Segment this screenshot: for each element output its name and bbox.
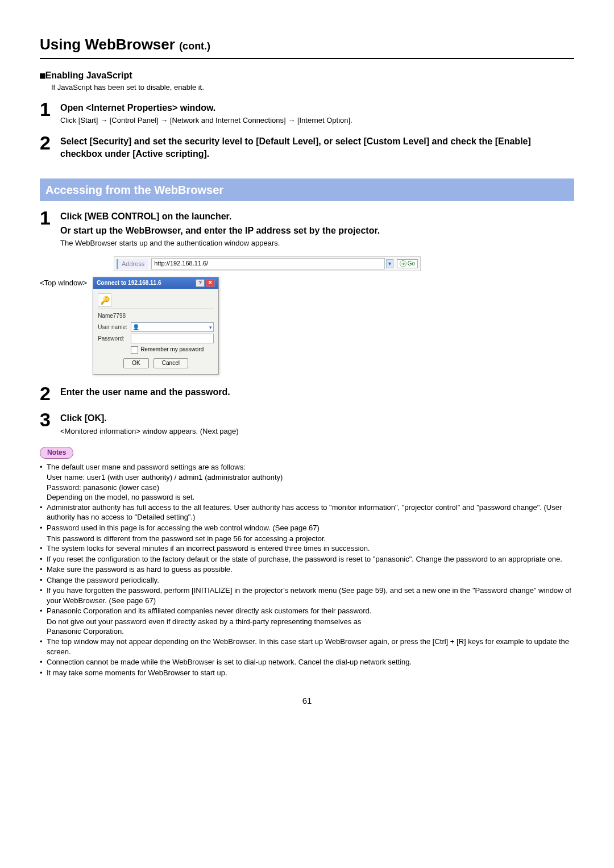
note-text: If you have forgotten the password, perf… — [47, 585, 574, 605]
step-b3: 3 Click [OK]. <Monitored information> wi… — [40, 410, 574, 437]
password-field[interactable] — [131, 334, 214, 343]
dialog-site-name: Name7798 — [98, 312, 214, 320]
note-text: Depending on the model, no password is s… — [47, 492, 574, 502]
dialog-header-graphic: 🔑 — [98, 292, 214, 309]
title-rule — [40, 58, 574, 59]
step-number: 2 — [40, 133, 60, 152]
step-desc: The WebBrowser starts up and the authent… — [60, 238, 574, 248]
remember-row: Remember my password — [131, 346, 214, 354]
address-label: Address — [117, 259, 148, 269]
note-text: Panasonic Corporation. — [47, 626, 574, 637]
note-text: Administrator authority has full access … — [47, 502, 574, 522]
subhead-text: Enabling JavaScript — [45, 70, 132, 80]
titlebar-buttons: ? ✕ — [196, 279, 215, 287]
password-label: Password: — [98, 335, 131, 343]
note-text: Change the password periodically. — [47, 575, 574, 585]
close-icon[interactable]: ✕ — [206, 279, 215, 287]
step-body: Select [Security] and set the security l… — [60, 133, 574, 162]
step-heading-line2: Or start up the WebBrowser, and enter th… — [60, 225, 574, 237]
step-number: 3 — [40, 410, 60, 429]
cancel-button[interactable]: Cancel — [154, 358, 188, 368]
notes-badge: Notes — [40, 447, 73, 459]
page-title: Using WebBrowser (cont.) — [40, 34, 574, 55]
note-text: Connection cannot be made while the WebB… — [47, 657, 574, 667]
ok-button[interactable]: OK — [123, 358, 148, 368]
note-text: This password is different from the pass… — [47, 534, 574, 544]
note-text: The system locks for several minutes if … — [47, 543, 574, 554]
note-text: Make sure the password is as hard to gue… — [47, 564, 574, 575]
address-dropdown-icon[interactable]: ▾ — [386, 259, 393, 268]
auth-dialog: Connect to 192.168.11.6 ? ✕ 🔑 Name7798 U… — [93, 277, 219, 375]
dialog-body: 🔑 Name7798 User name: 👤 ▾ Password: Reme… — [93, 289, 218, 374]
address-bar: Address http://192.168.11.6/ ▾ ➔ Go — [114, 256, 421, 271]
title-cont: (cont.) — [179, 40, 210, 52]
note-text: User name: user1 (with user authority) /… — [47, 472, 574, 483]
note-text: Do not give out your password even if di… — [47, 617, 574, 627]
go-button[interactable]: ➔ Go — [397, 259, 418, 268]
step-number: 2 — [40, 384, 60, 403]
dialog-titlebar: Connect to 192.168.11.6 ? ✕ — [93, 277, 218, 289]
step-b2: 2 Enter the user name and the password. — [40, 384, 574, 403]
note-text: Password used in this page is for access… — [47, 523, 574, 533]
step-body: Open <Internet Properties> window. Click… — [60, 99, 574, 126]
note-text: Panasonic Corporation and its affiliated… — [47, 606, 574, 616]
step-body: Enter the user name and the password. — [60, 384, 574, 400]
go-label: Go — [408, 260, 415, 268]
note-text: If you reset the configuration to the fa… — [47, 554, 574, 564]
screenshot-row: <Top window> Connect to 192.168.11.6 ? ✕… — [40, 277, 574, 375]
password-row: Password: — [98, 334, 214, 343]
step-heading: Click [OK]. — [60, 412, 574, 425]
help-icon[interactable]: ? — [196, 279, 205, 287]
top-window-label: <Top window> — [40, 278, 87, 288]
step-b1: 1 Click [WEB CONTROL] on the launcher. O… — [40, 208, 574, 248]
note-text: The top window may not appear depending … — [47, 637, 574, 657]
step-heading: Select [Security] and set the security l… — [60, 135, 574, 161]
step-heading: Enter the user name and the password. — [60, 386, 574, 398]
note-text: Password: panasonic (lower case) — [47, 483, 574, 493]
remember-label: Remember my password — [140, 346, 204, 354]
page-number: 61 — [40, 695, 574, 707]
enable-js-desc: If JavaScript has been set to disable, e… — [51, 82, 574, 93]
dialog-buttons: OK Cancel — [98, 358, 214, 368]
title-main: Using WebBrowser — [40, 36, 179, 53]
note-text: The default user mane and password setti… — [47, 462, 574, 472]
step-a2: 2 Select [Security] and set the security… — [40, 133, 574, 162]
step-body: Click [WEB CONTROL] on the launcher. Or … — [60, 208, 574, 248]
section-banner: Accessing from the WebBrowser — [40, 178, 574, 201]
subhead-enable-js: ■Enabling JavaScript — [40, 69, 574, 82]
user-icon: 👤 — [132, 323, 139, 331]
username-row: User name: 👤 ▾ — [98, 322, 214, 332]
step-body: Click [OK]. <Monitored information> wind… — [60, 410, 574, 437]
go-arrow-icon: ➔ — [400, 260, 406, 267]
step-a1: 1 Open <Internet Properties> window. Cli… — [40, 99, 574, 126]
step-desc: Click [Start] → [Control Panel] → [Netwo… — [60, 115, 574, 126]
dialog-title: Connect to 192.168.11.6 — [97, 279, 161, 287]
step-number: 1 — [40, 208, 60, 227]
address-input[interactable]: http://192.168.11.6/ — [151, 258, 384, 269]
step-heading-line1: Click [WEB CONTROL] on the launcher. — [60, 210, 574, 223]
chevron-down-icon[interactable]: ▾ — [209, 324, 212, 331]
note-text: It may take some moments for WebBrowser … — [47, 668, 574, 678]
step-desc: <Monitored information> window appears. … — [60, 426, 574, 437]
step-heading: Open <Internet Properties> window. — [60, 102, 574, 114]
username-label: User name: — [98, 323, 131, 331]
keys-icon: 🔑 — [98, 293, 111, 307]
username-field[interactable]: 👤 ▾ — [131, 322, 214, 332]
notes-list: •The default user mane and password sett… — [40, 462, 574, 678]
square-bullet: ■ — [40, 70, 45, 81]
step-number: 1 — [40, 99, 60, 119]
remember-checkbox[interactable] — [131, 346, 138, 354]
